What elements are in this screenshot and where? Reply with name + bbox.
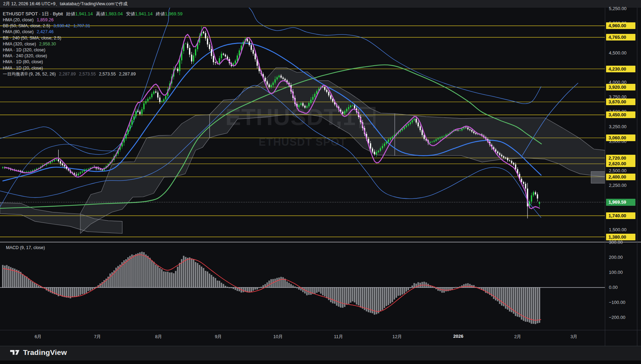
- symbol-title: ETHUSDT SPOT · 1日 · Bybit: [3, 11, 63, 16]
- indicator-legend-row[interactable]: BB (50, SMA, close, 2.5)3,930.421,707.31: [3, 23, 183, 29]
- ohlc-label: 始値: [66, 11, 75, 16]
- indicator-name: BB · 240 (50, SMA, close, 2.5): [3, 36, 61, 41]
- macd-tick: 0.00: [607, 285, 635, 290]
- indicator-legend-row[interactable]: 一目均衡表® (9, 26, 52, 26)2,287.892,573.552,…: [3, 71, 183, 77]
- current-price-label[interactable]: 1,969.59: [606, 199, 635, 206]
- indicator-legend-row[interactable]: HMA · 1D (80, close): [3, 59, 183, 65]
- time-tick: 2026: [453, 334, 464, 339]
- time-tick: 11月: [334, 334, 343, 340]
- bottom-strip: [0, 361, 641, 364]
- time-tick: 10月: [273, 334, 283, 340]
- time-tick: 2月: [514, 334, 521, 340]
- ichimoku-cloud: [0, 68, 605, 234]
- time-tick: 7月: [94, 334, 101, 340]
- indicator-legend-row[interactable]: HMA (80, close)2,427.46: [3, 29, 183, 35]
- macd-pane[interactable]: [0, 252, 605, 324]
- level-price-label[interactable]: 3,450.00: [606, 111, 635, 118]
- level-price-label[interactable]: 1,740.00: [606, 212, 635, 219]
- tradingview-logo-icon: [10, 350, 20, 356]
- ohlc-value: 1,941.14: [135, 11, 153, 16]
- time-tick: 9月: [215, 334, 222, 340]
- indicator-legend-row[interactable]: HMA · 1D (20, close): [3, 65, 183, 71]
- level-price-label[interactable]: 2,400.00: [606, 174, 635, 180]
- macd-tick: 100.00: [607, 270, 635, 275]
- ohlc-value: 1,969.59: [165, 11, 183, 16]
- macd-tick: 200.00: [607, 255, 635, 260]
- ohlc-label: 安値: [126, 11, 135, 16]
- ohlc-value: 1,983.04: [105, 11, 123, 16]
- macd-tick: −100.00: [607, 300, 635, 305]
- indicator-value: 3,930.42: [53, 23, 70, 28]
- indicator-name: BB (50, SMA, close, 2.5): [3, 23, 50, 28]
- indicator-name: HMA (20, close): [3, 17, 34, 22]
- tradingview-chart-window: 2月 12, 2026 16:46 UTC+9、takatabaがTrading…: [0, 0, 641, 364]
- level-price-label[interactable]: 4,230.00: [606, 66, 635, 72]
- macd-tick: 300.00: [607, 240, 635, 245]
- price-tick: 2,500.00: [607, 168, 635, 174]
- indicator-value: 2,958.30: [39, 42, 56, 46]
- indicator-value: 1,707.31: [73, 23, 90, 28]
- indicator-name: HMA (320, close): [3, 42, 36, 46]
- level-price-label[interactable]: 3,670.00: [606, 99, 635, 105]
- indicator-name: HMA · 1D (20, close): [3, 66, 43, 71]
- macd-legend-label: MACD (9, 17, close): [6, 245, 45, 250]
- indicator-legend-row[interactable]: HMA (20, close)1,859.26: [3, 17, 183, 23]
- indicator-value: 2,427.46: [37, 29, 53, 34]
- indicator-legend-row[interactable]: HMA · 240 (320, close): [3, 53, 183, 59]
- footer-bar: [0, 346, 641, 362]
- indicator-legend[interactable]: ETHUSDT SPOT · 1日 · Bybit始値1,941.14高値1,9…: [3, 11, 183, 77]
- time-tick: 3月: [570, 334, 577, 340]
- level-price-label[interactable]: 3,920.00: [606, 84, 635, 90]
- indicator-legend-row[interactable]: BB · 240 (50, SMA, close, 2.5): [3, 35, 183, 41]
- time-tick: 6月: [35, 334, 42, 340]
- indicator-legend-row[interactable]: HMA · 1D (320, close): [3, 47, 183, 53]
- ohlc-value: 1,941.14: [75, 11, 93, 16]
- level-price-label[interactable]: 3,060.00: [606, 134, 635, 141]
- indicator-legend-row[interactable]: HMA (320, close)2,958.30: [3, 41, 183, 47]
- price-tick: 4,500.00: [607, 50, 635, 56]
- indicator-value: 2,573.55: [99, 72, 116, 77]
- symbol-legend-row[interactable]: ETHUSDT SPOT · 1日 · Bybit始値1,941.14高値1,9…: [3, 11, 183, 17]
- level-price-label[interactable]: 2,620.00: [606, 160, 635, 167]
- ohlc-label: 終値: [156, 11, 165, 16]
- indicator-value: 1,859.26: [37, 17, 53, 22]
- indicator-name: HMA · 240 (320, close): [3, 53, 47, 58]
- macd-tick: −200.00: [607, 315, 635, 320]
- indicator-name: 一目均衡表® (9, 26, 52, 26): [3, 72, 56, 77]
- indicator-name: HMA · 1D (320, close): [3, 48, 45, 52]
- indicator-name: HMA · 1D (80, close): [3, 59, 43, 64]
- indicator-name: HMA (80, close): [3, 29, 34, 34]
- level-price-label[interactable]: 4,960.00: [606, 22, 635, 29]
- macd-legend[interactable]: MACD (9, 17, close): [6, 245, 45, 250]
- price-tick: 1,500.00: [607, 227, 635, 233]
- indicator-value: 2,573.55: [79, 72, 96, 77]
- time-tick: 8月: [155, 334, 162, 340]
- level-price-label[interactable]: 1,380.00: [606, 234, 635, 240]
- indicator-value: 2,287.89: [59, 72, 76, 77]
- time-tick: 12月: [392, 334, 402, 340]
- price-tick: 2,250.00: [607, 183, 635, 188]
- tradingview-logo[interactable]: TradingView: [10, 348, 67, 357]
- ohlc-label: 高値: [96, 11, 105, 16]
- price-tick: 3,250.00: [607, 124, 635, 130]
- price-tick: 5,250.00: [607, 6, 635, 12]
- tradingview-logo-text: TradingView: [23, 348, 67, 357]
- indicator-value: 2,287.89: [119, 72, 136, 77]
- level-price-label[interactable]: 4,765.00: [606, 34, 635, 41]
